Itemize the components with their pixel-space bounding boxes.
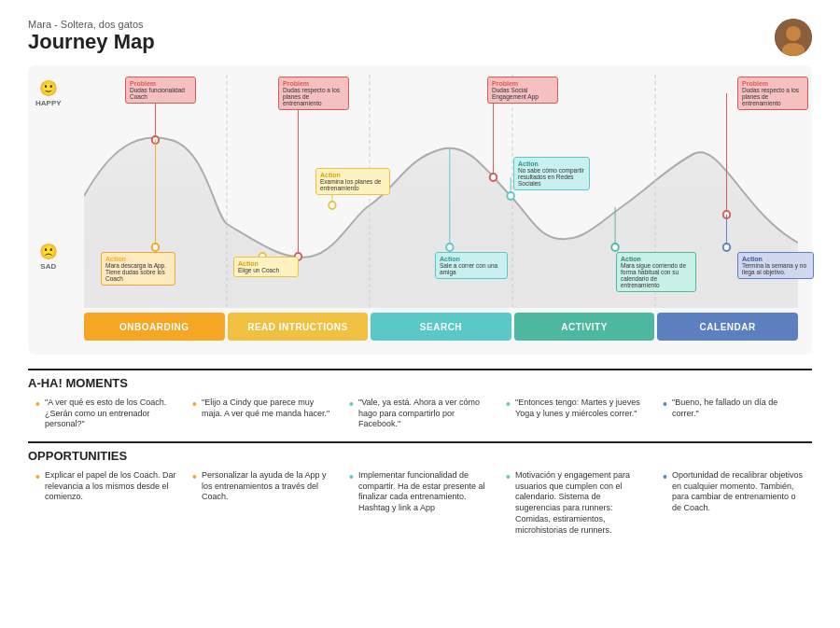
svg-point-24 (507, 192, 513, 200)
opp-item-calendar: Oportunidad de recalibrar objetivos en c… (663, 470, 805, 514)
action-text-2: Elige un Coach (238, 267, 294, 273)
opp-item-read: Personalizar la ayuda de la App y los en… (192, 470, 334, 503)
subtitle: Mara - Soltera, dos gatos (28, 19, 155, 30)
problem-text-1: Dudas funcionalidad Coach (130, 87, 191, 100)
aha-divider (28, 369, 812, 370)
opp-items: Explicar el papel de los Coach. Dar rele… (28, 470, 812, 536)
svg-point-26 (611, 244, 618, 251)
opp-col-activity: Motivación y engagement para usuarios qu… (498, 470, 655, 536)
sad-text: SAD (40, 262, 56, 271)
happy-text: HAPPY (35, 99, 62, 107)
action-label-5: Action (518, 160, 585, 167)
problem-text-3: Dudas Social Engagement App (492, 87, 553, 100)
action-label-4: Action (440, 256, 503, 262)
phase-bar-activity: ACTIVITY (514, 313, 655, 341)
problem-text-4: Dudas respecto a los planes de entrenami… (742, 87, 804, 106)
action-text-5: No sabe cómo compartir resultados en Red… (518, 167, 585, 187)
problem-label-2: Problem (283, 80, 344, 87)
svg-point-28 (723, 244, 730, 251)
aha-item-onboarding: "A ver qué es esto de los Coach. ¿Serán … (35, 398, 177, 430)
phase-bar-read: READ INTRUCTIONS (228, 313, 369, 341)
aha-item-activity: "Entonces tengo: Martes y jueves Yoga y … (506, 398, 648, 419)
action-box-2: Action Elige un Coach (233, 257, 299, 277)
action-label-2: Action (238, 260, 294, 267)
action-box-3: Action Examina los planes de entrenamien… (315, 168, 390, 195)
svg-point-1 (786, 26, 801, 41)
action-text-6: Mara sigue corriendo de forma habitual c… (621, 262, 692, 288)
action-box-7: Action Termina la semana y no llega al o… (737, 252, 814, 279)
aha-item-search: "Vale, ya está. Ahora a ver cómo hago pa… (349, 398, 491, 430)
problem-label-1: Problem (130, 80, 191, 87)
journey-map: 🙂 HAPPY 🙁 SAD (28, 65, 812, 355)
phase-bar-onboarding: ONBOARDING (84, 313, 225, 341)
happy-icon: 🙂 (39, 79, 58, 97)
phase-bars: ONBOARDING READ INTRUCTIONS SEARCH ACTIV… (84, 313, 798, 341)
opp-col-calendar: Oportunidad de recalibrar objetivos en c… (655, 470, 812, 536)
aha-col-read: "Elijo a Cindy que parece muy maja. A ve… (185, 398, 342, 430)
aha-item-calendar: "Bueno, he fallado un día de correr." (663, 398, 805, 419)
problem-label-3: Problem (492, 80, 553, 87)
aha-col-search: "Vale, ya está. Ahora a ver cómo hago pa… (342, 398, 498, 430)
action-text-7: Termina la semana y no llega al objetivo… (742, 262, 809, 275)
action-box-5: Action No sabe cómo compartir resultados… (513, 157, 590, 190)
svg-point-16 (152, 244, 159, 251)
action-box-4: Action Sale a correr con una amiga (435, 252, 508, 279)
opp-col-onboarding: Explicar el papel de los Coach. Dar rele… (28, 470, 185, 536)
header: Mara - Soltera, dos gatos Journey Map (28, 19, 812, 56)
problem-box-2: Problem Dudas respecto a los planes de e… (278, 77, 349, 110)
svg-point-12 (490, 174, 497, 181)
opp-item-activity: Motivación y engagement para usuarios qu… (506, 470, 648, 536)
aha-item-read: "Elijo a Cindy que parece muy maja. A ve… (192, 398, 334, 419)
sad-icon: 🙁 (39, 243, 58, 260)
aha-section: A-HA! MOMENTS "A ver qué es esto de los … (28, 369, 812, 430)
action-text-1: Mara descarga la App. Tiene dudas sobre … (105, 262, 171, 282)
svg-point-22 (446, 244, 453, 251)
opportunities-section: OPPORTUNITIES Explicar el papel de los C… (28, 441, 812, 536)
aha-col-activity: "Entonces tengo: Martes y jueves Yoga y … (498, 398, 655, 430)
problem-text-2: Dudas respecto a los planes de entrenami… (283, 87, 344, 106)
action-label-1: Action (105, 256, 171, 262)
chart-area: Problem Dudas funcionalidad Coach Proble… (84, 75, 798, 308)
sad-label: 🙁 SAD (39, 243, 58, 271)
page: Mara - Soltera, dos gatos Journey Map 🙂 … (0, 0, 840, 628)
opp-title: OPPORTUNITIES (28, 449, 812, 463)
main-title: Journey Map (28, 30, 155, 54)
opp-divider (28, 441, 812, 443)
action-label-6: Action (621, 256, 692, 262)
action-text-3: Examina los planes de entrenamiento (320, 178, 385, 191)
avatar (775, 19, 812, 56)
phase-bar-search: SEARCH (371, 313, 511, 341)
opp-col-search: Implementar funcionalidad de compartir. … (342, 470, 498, 536)
aha-items: "A ver qué es esto de los Coach. ¿Serán … (28, 398, 812, 430)
action-box-1: Action Mara descarga la App. Tiene dudas… (101, 252, 175, 286)
emotion-labels: 🙂 HAPPY 🙁 SAD (35, 65, 62, 299)
title-block: Mara - Soltera, dos gatos Journey Map (28, 19, 155, 54)
opp-item-search: Implementar funcionalidad de compartir. … (349, 470, 491, 514)
problem-box-4: Problem Dudas respecto a los planes de e… (737, 77, 808, 110)
happy-label: 🙂 HAPPY (35, 79, 62, 107)
action-label-3: Action (320, 172, 385, 178)
aha-title: A-HA! MOMENTS (28, 376, 812, 390)
aha-col-onboarding: "A ver qué es esto de los Coach. ¿Serán … (28, 398, 185, 430)
problem-box-3: Problem Dudas Social Engagement App (487, 77, 558, 104)
aha-col-calendar: "Bueno, he fallado un día de correr." (655, 398, 812, 430)
problem-box-1: Problem Dudas funcionalidad Coach (125, 77, 196, 104)
action-label-7: Action (742, 256, 809, 262)
opp-item-onboarding: Explicar el papel de los Coach. Dar rele… (35, 470, 177, 503)
problem-label-4: Problem (742, 80, 804, 87)
phase-bar-calendar: CALENDAR (657, 313, 798, 341)
action-box-6: Action Mara sigue corriendo de forma hab… (616, 252, 696, 292)
svg-point-20 (329, 202, 335, 209)
opp-col-read: Personalizar la ayuda de la App y los en… (185, 470, 342, 536)
action-text-4: Sale a correr con una amiga (440, 262, 503, 275)
